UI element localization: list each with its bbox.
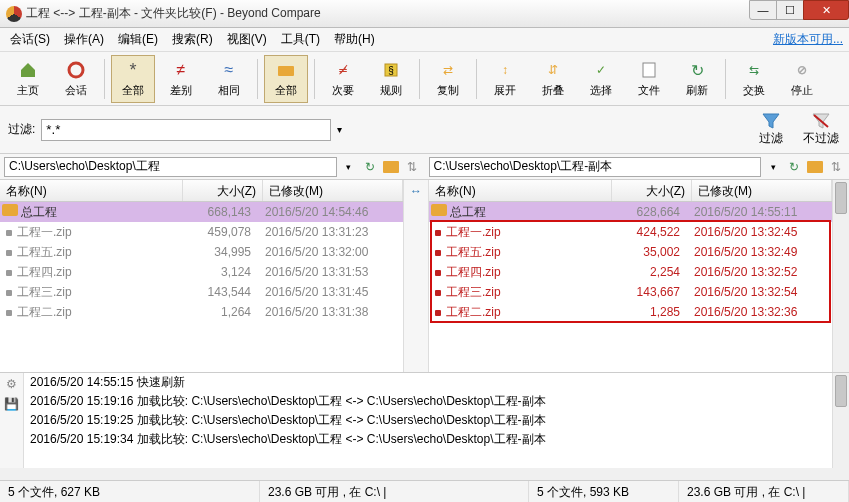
col-date[interactable]: 已修改(M): [692, 180, 832, 201]
menu-help[interactable]: 帮助(H): [330, 29, 379, 50]
filter-dropdown-icon[interactable]: ▾: [337, 124, 342, 135]
col-name[interactable]: 名称(N): [0, 180, 183, 201]
files-button[interactable]: 文件: [627, 55, 671, 103]
menu-tools[interactable]: 工具(T): [277, 29, 324, 50]
menu-edit[interactable]: 编辑(E): [114, 29, 162, 50]
cell-date: 2016/5/20 13:31:38: [261, 305, 401, 319]
close-button[interactable]: ✕: [803, 0, 849, 20]
file-row[interactable]: 工程五.zip34,9952016/5/20 13:32:00: [0, 242, 403, 262]
col-size[interactable]: 大小(Z): [183, 180, 263, 201]
minor-button[interactable]: ≠̸次要: [321, 55, 365, 103]
folder-icon: [2, 204, 18, 216]
all-button[interactable]: *全部: [111, 55, 155, 103]
col-size[interactable]: 大小(Z): [612, 180, 692, 201]
log-scrollbar[interactable]: [832, 373, 849, 468]
update-link[interactable]: 新版本可用...: [773, 31, 843, 48]
left-sort-icon[interactable]: ⇅: [403, 158, 421, 176]
svg-rect-6: [383, 161, 399, 173]
menu-search[interactable]: 搜索(R): [168, 29, 217, 50]
right-col-headers: 名称(N) 大小(Z) 已修改(M): [429, 180, 832, 202]
approx-icon: ≈: [218, 59, 240, 81]
svg-rect-1: [278, 66, 294, 76]
menu-action[interactable]: 操作(A): [60, 29, 108, 50]
file-row[interactable]: 工程四.zip3,1242016/5/20 13:31:53: [0, 262, 403, 282]
right-path-dropdown[interactable]: ▾: [764, 158, 782, 176]
log-body[interactable]: 2016/5/20 14:55:15 快速刷新2016/5/20 15:19:1…: [24, 373, 832, 468]
separator: [476, 59, 477, 99]
minimize-button[interactable]: —: [749, 0, 777, 20]
log-line: 2016/5/20 14:55:15 快速刷新: [24, 373, 832, 392]
vertical-scrollbar[interactable]: [832, 180, 849, 372]
left-col-headers: 名称(N) 大小(Z) 已修改(M): [0, 180, 403, 202]
cell-date: 2016/5/20 13:32:00: [261, 245, 401, 259]
maximize-button[interactable]: ☐: [776, 0, 804, 20]
collapse-button[interactable]: ⇵折叠: [531, 55, 575, 103]
col-date[interactable]: 已修改(M): [263, 180, 403, 201]
window-buttons: — ☐ ✕: [750, 0, 849, 20]
structure-all-button[interactable]: 全部: [264, 55, 308, 103]
copy-icon: ⇄: [437, 59, 459, 81]
filter-input[interactable]: [41, 119, 331, 141]
file-row[interactable]: 工程一.zip424,5222016/5/20 13:32:45: [429, 222, 832, 242]
cell-name: 总工程: [2, 204, 181, 221]
left-history-icon[interactable]: ↻: [361, 158, 379, 176]
right-sort-icon[interactable]: ⇅: [827, 158, 845, 176]
file-row[interactable]: 工程四.zip2,2542016/5/20 13:32:52: [429, 262, 832, 282]
home-button[interactable]: 主页: [6, 55, 50, 103]
folder-row[interactable]: 总工程628,6642016/5/20 14:55:11: [429, 202, 832, 222]
session-button[interactable]: 会话: [54, 55, 98, 103]
cell-name: 工程二.zip: [431, 304, 610, 321]
cell-name: 工程三.zip: [2, 284, 181, 301]
stop-button[interactable]: ⊘停止: [780, 55, 824, 103]
copy-button[interactable]: ⇄复制: [426, 55, 470, 103]
left-path-input[interactable]: [4, 157, 337, 177]
expand-button[interactable]: ↕展开: [483, 55, 527, 103]
file-row[interactable]: 工程二.zip1,2852016/5/20 13:32:36: [429, 302, 832, 322]
log-section: ⚙ 💾 2016/5/20 14:55:15 快速刷新2016/5/20 15:…: [0, 372, 849, 468]
menu-view[interactable]: 视图(V): [223, 29, 271, 50]
swap-button[interactable]: ⇆交换: [732, 55, 776, 103]
menu-session[interactable]: 会话(S): [6, 29, 54, 50]
log-line: 2016/5/20 15:19:25 加载比较: C:\Users\echo\D…: [24, 411, 832, 430]
diff-button[interactable]: ≠差别: [159, 55, 203, 103]
cell-date: 2016/5/20 14:54:46: [261, 205, 401, 219]
right-path-input[interactable]: [429, 157, 762, 177]
clear-filter-button[interactable]: 不过滤: [801, 112, 841, 147]
right-history-icon[interactable]: ↻: [785, 158, 803, 176]
filter-row: 过滤: ▾ 过滤 不过滤: [0, 106, 849, 154]
file-row[interactable]: 工程一.zip459,0782016/5/20 13:31:23: [0, 222, 403, 242]
left-path-dropdown[interactable]: ▾: [340, 158, 358, 176]
session-icon: [65, 59, 87, 81]
file-row[interactable]: 工程三.zip143,5442016/5/20 13:31:45: [0, 282, 403, 302]
gear-icon[interactable]: ⚙: [6, 377, 17, 391]
save-log-icon[interactable]: 💾: [4, 397, 19, 411]
right-browse-icon[interactable]: [806, 158, 824, 176]
folder-row[interactable]: 总工程668,1432016/5/20 14:54:46: [0, 202, 403, 222]
col-name[interactable]: 名称(N): [429, 180, 612, 201]
file-row[interactable]: 工程五.zip35,0022016/5/20 13:32:49: [429, 242, 832, 262]
window-title: 工程 <--> 工程-副本 - 文件夹比较(F) - Beyond Compar…: [26, 5, 750, 22]
cell-name: 工程四.zip: [2, 264, 181, 281]
status-right-disk: 23.6 GB 可用 , 在 C:\ |: [679, 481, 849, 502]
cell-name: 工程一.zip: [431, 224, 610, 241]
left-browse-icon[interactable]: [382, 158, 400, 176]
swap-panes-button[interactable]: ↔: [406, 182, 426, 200]
select-icon: ✓: [590, 59, 612, 81]
folder-icon: [431, 204, 447, 216]
home-icon: [17, 59, 39, 81]
file-row[interactable]: 工程二.zip1,2642016/5/20 13:31:38: [0, 302, 403, 322]
refresh-button[interactable]: ↻刷新: [675, 55, 719, 103]
bullet-icon: [435, 310, 441, 316]
expand-icon: ↕: [494, 59, 516, 81]
funnel-off-icon: [811, 112, 831, 130]
left-pane: 名称(N) 大小(Z) 已修改(M) 总工程668,1432016/5/20 1…: [0, 180, 403, 372]
cell-name: 工程四.zip: [431, 264, 610, 281]
separator: [257, 59, 258, 99]
rules-button[interactable]: §规则: [369, 55, 413, 103]
collapse-icon: ⇵: [542, 59, 564, 81]
select-button[interactable]: ✓选择: [579, 55, 623, 103]
file-row[interactable]: 工程三.zip143,6672016/5/20 13:32:54: [429, 282, 832, 302]
same-button[interactable]: ≈相同: [207, 55, 251, 103]
apply-filter-button[interactable]: 过滤: [751, 112, 791, 147]
not-equal-icon: ≠: [170, 59, 192, 81]
